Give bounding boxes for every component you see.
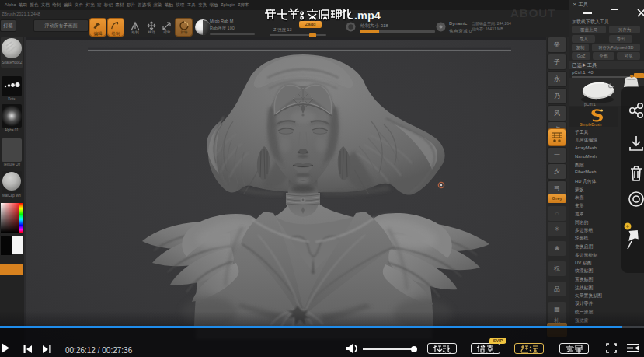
svg-text:.mp4: .mp4 — [354, 9, 381, 22]
